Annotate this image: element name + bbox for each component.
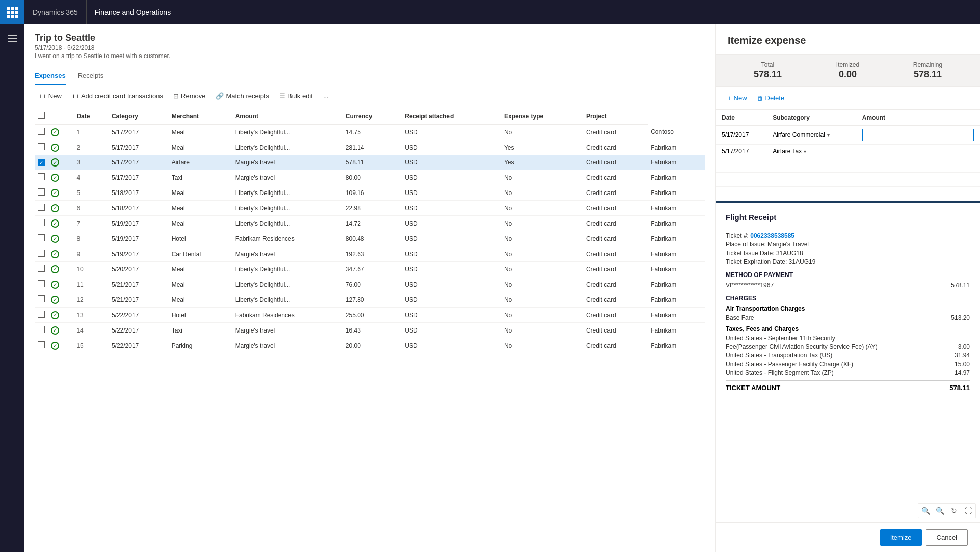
itemize-row[interactable]: 5/17/2017 Airfare Tax ▾ [716,145,980,158]
waffle-menu[interactable] [0,0,24,24]
checkbox[interactable]: ✓ [38,159,45,166]
itemize-subcategory[interactable]: Airfare Tax ▾ [766,145,856,158]
itemize-subcategory[interactable]: Airfare Commercial ▾ [766,126,856,145]
fullscreen-button[interactable]: ⛶ [962,505,974,517]
add-credit-card-button[interactable]: + + Add credit card transactions [68,89,167,103]
page-title: Trip to Seattle [35,33,705,43]
add-credit-card-label: + Add credit card transactions [75,92,163,100]
row-num: 9 [73,246,108,262]
row-checkbox[interactable] [35,201,48,216]
row-checkbox[interactable] [35,140,48,155]
row-date: 5/19/2017 [109,246,169,262]
nav-brand: Dynamics 365 Finance and Operations [24,0,179,24]
row-receipt-attached: No [501,170,583,185]
table-row[interactable]: ✓ 11 5/21/2017 Meal Liberty's Delightful… [35,277,705,292]
row-date: 5/17/2017 [109,140,169,155]
row-checkbox[interactable] [35,292,48,308]
new-button[interactable]: + + New [35,89,66,103]
itemize-delete-label: Delete [765,94,785,102]
remove-label: Remove [181,92,205,100]
table-row[interactable]: ✓ ✓ 3 5/17/2017 Airfare Margie's travel … [35,155,705,170]
table-row[interactable]: ✓ 7 5/19/2017 Meal Liberty's Delightful.… [35,216,705,231]
tabs: Expenses Receipts [35,68,705,85]
table-row[interactable]: ✓ 12 5/21/2017 Meal Liberty's Delightful… [35,292,705,308]
table-row[interactable]: ✓ 15 5/22/2017 Parking Margie's travel 2… [35,338,705,353]
checkbox[interactable] [38,143,45,150]
table-row[interactable]: ✓ 13 5/22/2017 Hotel Fabrikam Residences… [35,308,705,323]
table-row[interactable]: ✓ 6 5/18/2017 Meal Liberty's Delightful.… [35,201,705,216]
table-row[interactable]: ✓ 8 5/19/2017 Hotel Fabrikam Residences … [35,231,705,246]
amount-input[interactable] [862,129,974,141]
sidebar-menu-button[interactable] [2,29,22,49]
itemize-delete-button[interactable]: 🗑 Delete [753,92,789,104]
more-button[interactable]: ... [319,89,333,103]
checkbox[interactable] [38,173,45,180]
table-row[interactable]: ✓ 1 5/17/2017 Meal Liberty's Delightful.… [35,125,705,140]
row-checkbox[interactable] [35,231,48,246]
table-row[interactable]: ✓ 10 5/20/2017 Meal Liberty's Delightful… [35,262,705,277]
row-checkbox[interactable] [35,246,48,262]
itemize-button[interactable]: Itemize [880,529,922,546]
checkbox[interactable] [38,326,45,333]
checkbox[interactable] [38,188,45,196]
zoom-in-button[interactable]: 🔍 [919,505,932,517]
row-checkbox[interactable] [35,323,48,338]
row-amount: 281.14 [342,140,402,155]
row-merchant: Liberty's Delightful... [232,140,342,155]
tab-expenses[interactable]: Expenses [35,68,66,85]
chevron-down-icon[interactable]: ▾ [827,132,830,138]
row-amount: 255.00 [342,308,402,323]
row-checkbox[interactable] [35,185,48,201]
table-row[interactable]: ✓ 9 5/19/2017 Car Rental Margie's travel… [35,246,705,262]
checkbox[interactable] [38,204,45,211]
chevron-down-icon[interactable]: ▾ [804,149,806,154]
row-checkbox[interactable] [35,308,48,323]
table-row[interactable]: ✓ 5 5/18/2017 Meal Liberty's Delightful.… [35,185,705,201]
row-merchant: Fabrikam Residences [232,308,342,323]
table-row[interactable]: ✓ 2 5/17/2017 Meal Liberty's Delightful.… [35,140,705,155]
cancel-button[interactable]: Cancel [926,529,968,546]
checkbox[interactable] [38,295,45,302]
checkbox[interactable] [38,311,45,318]
match-receipts-button[interactable]: 🔗 Match receipts [211,89,273,103]
row-checkbox[interactable]: ✓ [35,155,48,170]
itemize-row[interactable]: 5/17/2017 Airfare Commercial ▾ [716,126,980,145]
row-checkbox[interactable] [35,262,48,277]
col-category: Category [109,107,169,125]
checkbox[interactable] [38,219,45,226]
table-row[interactable]: ✓ 4 5/17/2017 Taxi Margie's travel 80.00… [35,170,705,185]
subcategory-value: Airfare Commercial [773,131,825,139]
itemize-new-label: New [734,94,747,102]
select-all-checkbox[interactable] [38,112,45,119]
row-checkbox[interactable] [35,338,48,353]
table-row[interactable]: ✓ 14 5/22/2017 Taxi Margie's travel 16.4… [35,323,705,338]
itemize-date: 5/17/2017 [716,126,766,145]
bulk-edit-button[interactable]: ☰ Bulk edit [275,89,317,103]
itemize-amount-cell[interactable] [856,126,980,145]
row-category: Hotel [169,231,232,246]
rotate-button[interactable]: ↻ [948,505,960,517]
row-amount: 16.43 [342,323,402,338]
total-label: Total [761,61,774,68]
dynamics365-link[interactable]: Dynamics 365 [24,0,87,24]
remove-button[interactable]: ⊡ Remove [169,89,209,103]
row-checkbox[interactable] [35,216,48,231]
checkbox[interactable] [38,234,45,241]
zoom-out-button[interactable]: 🔍 [934,505,946,517]
tab-receipts[interactable]: Receipts [78,68,104,85]
app-name[interactable]: Finance and Operations [87,0,179,24]
row-checkbox[interactable] [35,277,48,292]
panel-title: Itemize expense [728,35,968,46]
checkbox[interactable] [38,341,45,348]
checkbox[interactable] [38,128,45,135]
row-category: Taxi [169,170,232,185]
checkbox[interactable] [38,265,45,272]
itemize-new-button[interactable]: + New [724,92,751,104]
payment-method-line: VI************1967 578.11 [726,282,970,289]
row-checkbox[interactable] [35,170,48,185]
itemized-value: 0.00 [839,69,857,80]
row-checkbox[interactable] [35,125,48,140]
checkbox[interactable] [38,280,45,287]
checkbox[interactable] [38,250,45,257]
row-currency: USD [402,155,501,170]
